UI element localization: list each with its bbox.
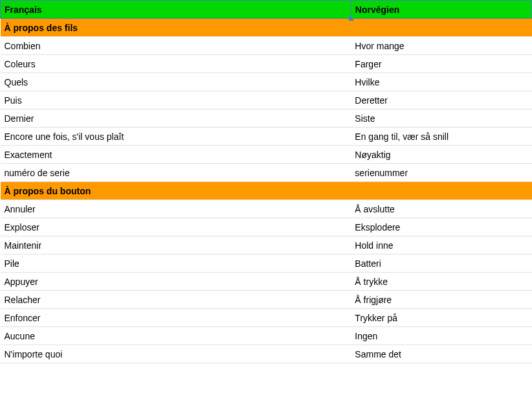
table-row[interactable]: AucuneIngen	[1, 327, 532, 345]
cell-left[interactable]: Encore une fois, s'il vous plaît	[1, 128, 351, 146]
cell-left[interactable]: Annuler	[1, 200, 351, 218]
cell-right[interactable]: Siste	[351, 109, 531, 128]
table-row[interactable]: EnfoncerTrykker på	[1, 309, 532, 327]
cell-left[interactable]: Maintenir	[1, 236, 351, 255]
cell-right[interactable]: Å frigjøre	[351, 291, 531, 309]
cell-left[interactable]: Enfoncer	[1, 309, 351, 327]
table-row[interactable]: N'importe quoiSamme det	[1, 345, 532, 363]
cell-left[interactable]: Appuyer	[1, 273, 351, 291]
cell-right[interactable]: Samme det	[351, 345, 531, 363]
section-row[interactable]: À propos des fils	[1, 19, 532, 37]
table-row[interactable]: CombienHvor mange	[1, 37, 532, 55]
table-row[interactable]: DernierSiste	[1, 109, 532, 128]
table-row[interactable]: AppuyerÅ trykke	[1, 273, 532, 291]
cell-right[interactable]: Trykker på	[351, 309, 531, 327]
header-row[interactable]: FrançaisNorvégien	[1, 1, 532, 19]
cell-right[interactable]: Eksplodere	[351, 218, 531, 236]
cell-right[interactable]: Batteri	[351, 255, 531, 273]
cell-right[interactable]: Å avslutte	[351, 200, 531, 218]
cell-right[interactable]: Deretter	[351, 91, 531, 109]
cell-left[interactable]: N'importe quoi	[1, 345, 351, 363]
table-row[interactable]: QuelsHvilke	[1, 73, 532, 91]
table-row[interactable]: PuisDeretter	[1, 91, 532, 109]
section-title[interactable]: À propos du bouton	[1, 182, 351, 200]
section-row[interactable]: À propos du bouton	[1, 182, 532, 200]
section-title[interactable]: À propos des fils	[1, 19, 351, 37]
cell-left[interactable]: numéro de serie	[1, 164, 351, 182]
cell-right[interactable]: Å trykke	[351, 273, 531, 291]
table-row[interactable]: AnnulerÅ avslutte	[1, 200, 532, 218]
table-row[interactable]: RelacherÅ frigjøre	[1, 291, 532, 309]
cell-left[interactable]: Coleurs	[1, 55, 351, 73]
table-row[interactable]: PileBatteri	[1, 255, 532, 273]
cell-left[interactable]: Aucune	[1, 327, 351, 345]
cell-left[interactable]: Relacher	[1, 291, 351, 309]
table-row[interactable]: numéro de serieserienummer	[1, 164, 532, 182]
cell-right[interactable]: Hold inne	[351, 236, 531, 255]
cell-left[interactable]: Combien	[1, 37, 351, 55]
cell-right[interactable]: Ingen	[351, 327, 531, 345]
header-left[interactable]: Français	[1, 1, 351, 19]
section-blank[interactable]	[351, 19, 531, 37]
cell-left[interactable]: Quels	[1, 73, 351, 91]
cell-right[interactable]: Hvor mange	[351, 37, 531, 55]
cell-right[interactable]: serienummer	[351, 164, 531, 182]
header-right[interactable]: Norvégien	[351, 1, 531, 19]
table-row[interactable]: ExactementNøyaktig	[1, 146, 532, 164]
table-row[interactable]: Encore une fois, s'il vous plaîtEn gang …	[1, 128, 532, 146]
section-blank[interactable]	[351, 182, 531, 200]
cell-left[interactable]: Dernier	[1, 109, 351, 128]
cell-left[interactable]: Exploser	[1, 218, 351, 236]
table-row[interactable]: ExploserEksplodere	[1, 218, 532, 236]
table-row[interactable]: ColeursFarger	[1, 55, 532, 73]
cell-right[interactable]: En gang til, vær så snill	[351, 128, 531, 146]
cell-right[interactable]: Hvilke	[351, 73, 531, 91]
cell-right[interactable]: Farger	[351, 55, 531, 73]
translation-table: FrançaisNorvégienÀ propos des filsCombie…	[0, 0, 532, 363]
cell-left[interactable]: Pile	[1, 255, 351, 273]
cell-left[interactable]: Exactement	[1, 146, 351, 164]
cell-right[interactable]: Nøyaktig	[351, 146, 531, 164]
cell-left[interactable]: Puis	[1, 91, 351, 109]
table-row[interactable]: MaintenirHold inne	[1, 236, 532, 255]
